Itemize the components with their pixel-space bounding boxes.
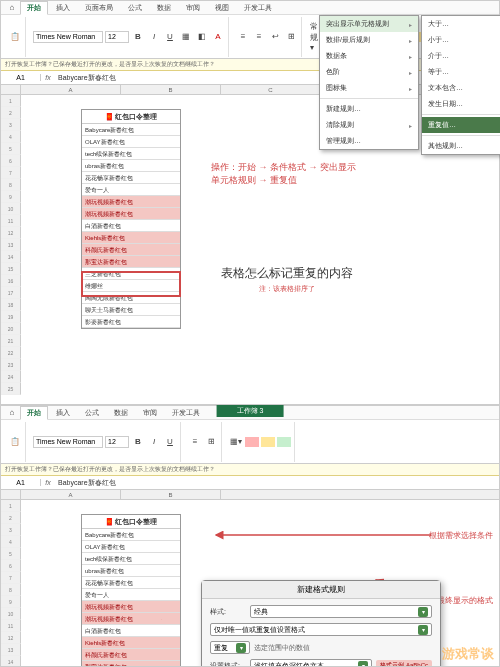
menu-icon-sets[interactable]: 图标集▸	[320, 80, 418, 96]
size-select-b[interactable]	[105, 436, 129, 448]
table-row[interactable]: 潮玩视频新春红包	[82, 613, 180, 625]
table-row[interactable]: OLAY新春红包	[82, 136, 180, 148]
italic-b[interactable]: I	[147, 435, 161, 449]
merge-icon[interactable]: ⊞	[284, 30, 298, 44]
tab-start-b[interactable]: 开始	[20, 406, 48, 420]
table-row[interactable]: OLAY新春红包	[82, 541, 180, 553]
wrap-icon[interactable]: ↩	[268, 30, 282, 44]
submenu-date[interactable]: 发生日期…	[422, 96, 500, 112]
tab-dev[interactable]: 开发工具	[237, 1, 279, 15]
tab-formula[interactable]: 公式	[121, 1, 149, 15]
submenu-between[interactable]: 介于…	[422, 48, 500, 64]
col-a[interactable]: A	[21, 85, 121, 94]
table-row[interactable]: tech续保新春红包	[82, 148, 180, 160]
tab-data[interactable]: 数据	[150, 1, 178, 15]
menu-top-bottom[interactable]: 数排/最后规则▸	[320, 32, 418, 48]
style-select[interactable]: 经典▾	[250, 605, 432, 618]
tab-start[interactable]: 开始	[20, 1, 48, 15]
table-row[interactable]: 影姿新春红包	[82, 316, 180, 328]
table-row[interactable]: 爱奇一人	[82, 184, 180, 196]
format-select[interactable]: 浅红填充色深红色文本▾	[250, 659, 372, 666]
table-row[interactable]: 维娜丝	[82, 280, 180, 292]
menu-clear-rules[interactable]: 清除规则▸	[320, 117, 418, 133]
style-bad-b[interactable]	[245, 437, 259, 447]
border-icon[interactable]: ▦	[179, 30, 193, 44]
table-row[interactable]: Babycare新春红包	[82, 529, 180, 541]
paste-icon[interactable]: 📋	[8, 30, 22, 44]
menu-manage-rules[interactable]: 管理规则…	[320, 133, 418, 149]
col-a-b[interactable]: A	[21, 490, 121, 499]
table-row[interactable]: 潮玩视频新春红包	[82, 601, 180, 613]
fill-color-icon[interactable]: ◧	[195, 30, 209, 44]
table-row[interactable]: 花花畅享新春红包	[82, 172, 180, 184]
tab-insert-b[interactable]: 插入	[49, 406, 77, 420]
tab-view[interactable]: 视图	[208, 1, 236, 15]
submenu-duplicate[interactable]: 重复值…	[422, 117, 500, 133]
submenu-equal[interactable]: 等于…	[422, 64, 500, 80]
formula-value-b[interactable]: Babycare新春红包	[55, 478, 119, 488]
name-box[interactable]: A1	[1, 74, 41, 81]
font-select-b[interactable]	[33, 436, 103, 448]
table-row[interactable]: 那宝达新春红包	[82, 661, 180, 666]
table-row[interactable]: 白酒新春红包	[82, 625, 180, 637]
fx-icon-b[interactable]: fx	[41, 479, 55, 486]
tab-review[interactable]: 审阅	[179, 1, 207, 15]
underline-icon[interactable]: U	[163, 30, 177, 44]
menu-new-rule[interactable]: 新建规则…	[320, 101, 418, 117]
menu-highlight-rules[interactable]: 突出显示单元格规则▸	[320, 16, 418, 32]
table-row[interactable]: 爱奇一人	[82, 589, 180, 601]
submenu-text[interactable]: 文本包含…	[422, 80, 500, 96]
tab-review-b[interactable]: 审阅	[136, 406, 164, 420]
submenu-greater[interactable]: 大于…	[422, 16, 500, 32]
table-row[interactable]: ubras新春红包	[82, 565, 180, 577]
merge-b[interactable]: ⊞	[204, 435, 218, 449]
table-row[interactable]: 陶陶无限新春红包	[82, 292, 180, 304]
corner-cell[interactable]	[1, 85, 21, 94]
size-select[interactable]	[105, 31, 129, 43]
underline-b[interactable]: U	[163, 435, 177, 449]
tab-dev-b[interactable]: 开发工具	[165, 406, 207, 420]
table-row[interactable]: 兰芝新春红包	[82, 268, 180, 280]
table-row[interactable]: 那宝达新春红包	[82, 256, 180, 268]
menu-color-scales[interactable]: 色阶▸	[320, 64, 418, 80]
table-row[interactable]: Babycare新春红包	[82, 124, 180, 136]
bold-icon[interactable]: B	[131, 30, 145, 44]
formula-value[interactable]: Babycare新春红包	[55, 73, 119, 83]
tab-layout[interactable]: 页面布局	[78, 1, 120, 15]
tab-data-b[interactable]: 数据	[107, 406, 135, 420]
name-box-b[interactable]: A1	[1, 479, 41, 486]
align-center-icon[interactable]: ≡	[252, 30, 266, 44]
menu-data-bars[interactable]: 数据条▸	[320, 48, 418, 64]
col-b-b[interactable]: B	[121, 490, 221, 499]
bold-b[interactable]: B	[131, 435, 145, 449]
table-row[interactable]: 潮玩视频新春红包	[82, 196, 180, 208]
home-icon-b[interactable]: ⌂	[5, 406, 19, 420]
corner-b[interactable]	[1, 490, 21, 499]
table-row[interactable]: Kiehls新春红包	[82, 232, 180, 244]
rule-type-select[interactable]: 仅对唯一值或重复值设置格式▾	[210, 623, 432, 636]
table-row[interactable]: ubras新春红包	[82, 160, 180, 172]
submenu-other[interactable]: 其他规则…	[422, 138, 500, 154]
scope-select[interactable]: 重复▾	[210, 641, 250, 654]
style-good-b[interactable]	[277, 437, 291, 447]
tab-insert[interactable]: 插入	[49, 1, 77, 15]
table-row[interactable]: 科颜氏新春红包	[82, 649, 180, 661]
table-row[interactable]: 花花畅享新春红包	[82, 577, 180, 589]
col-c[interactable]: C	[221, 85, 321, 94]
table-row[interactable]: 潮玩视频新春红包	[82, 208, 180, 220]
table-row[interactable]: 白酒新春红包	[82, 220, 180, 232]
table-row[interactable]: tech续保新春红包	[82, 553, 180, 565]
font-select[interactable]	[33, 31, 103, 43]
cond-fmt-b[interactable]: ▦▾	[229, 435, 243, 449]
col-b[interactable]: B	[121, 85, 221, 94]
table-row[interactable]: Kiehls新春红包	[82, 637, 180, 649]
align-left-icon[interactable]: ≡	[236, 30, 250, 44]
table-row[interactable]: 科颜氏新春红包	[82, 244, 180, 256]
align-b[interactable]: ≡	[188, 435, 202, 449]
fx-icon[interactable]: fx	[41, 74, 55, 81]
submenu-less[interactable]: 小于…	[422, 32, 500, 48]
font-color-icon[interactable]: A	[211, 30, 225, 44]
tab-formula-b[interactable]: 公式	[78, 406, 106, 420]
home-icon[interactable]: ⌂	[5, 1, 19, 15]
table-row[interactable]: 聊天士马新春红包	[82, 304, 180, 316]
